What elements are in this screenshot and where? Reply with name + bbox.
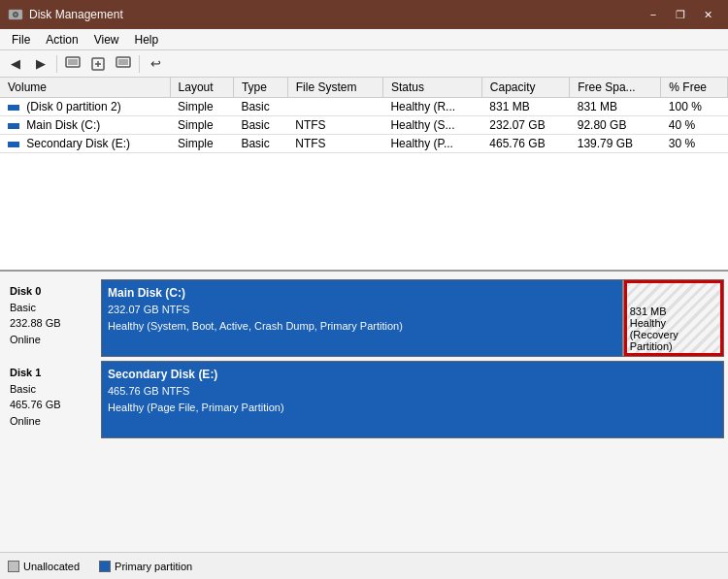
main-content: Volume Layout Type File System Status Ca…: [0, 78, 728, 579]
title-bar: Disk Management − ❐ ✕: [0, 0, 728, 29]
disk0-main-desc: Healthy (System, Boot, Active, Crash Dum…: [108, 318, 616, 335]
row0-volume: (Disk 0 partition 2): [0, 98, 170, 116]
minimize-button[interactable]: −: [641, 5, 666, 24]
disk1-status: Online: [10, 413, 95, 430]
disk1-name: Disk 1: [10, 365, 95, 381]
col-freespace: Free Spa...: [570, 78, 661, 98]
legend-primary-box: [99, 561, 111, 572]
disk0-partitions: Main Disk (C:) 232.07 GB NTFS Healthy (S…: [101, 279, 724, 357]
legend-bar: Unallocated Primary partition: [0, 552, 728, 579]
disk0-main-partition[interactable]: Main Disk (C:) 232.07 GB NTFS Healthy (S…: [102, 280, 624, 356]
toolbar: ◀ ▶ ↩: [0, 50, 728, 78]
col-volume: Volume: [0, 78, 170, 98]
close-button[interactable]: ✕: [695, 5, 720, 24]
disk1-partitions: Secondary Disk (E:) 465.76 GB NTFS Healt…: [101, 361, 724, 438]
disk0-size: 232.88 GB: [10, 315, 95, 332]
row2-pct: 30 %: [661, 135, 728, 153]
restore-button[interactable]: ❐: [668, 5, 693, 24]
row2-status: Healthy (P...: [382, 135, 481, 153]
row2-free: 139.79 GB: [570, 135, 661, 153]
table-row[interactable]: Main Disk (C:) Simple Basic NTFS Healthy…: [0, 116, 728, 135]
disk1-main-size: 465.76 GB NTFS: [108, 383, 717, 400]
row1-status: Healthy (S...: [382, 116, 481, 135]
row1-volume: Main Disk (C:): [0, 116, 170, 135]
row1-free: 92.80 GB: [570, 116, 661, 135]
row1-pct: 40 %: [661, 116, 728, 135]
disk1-row: Disk 1 Basic 465.76 GB Online Secondary …: [4, 361, 724, 438]
row1-layout: Simple: [170, 116, 233, 135]
back-button[interactable]: ◀: [4, 53, 27, 75]
row2-type: Basic: [233, 135, 287, 153]
row0-capacity: 831 MB: [481, 98, 569, 116]
disk0-recovery-partition[interactable]: 831 MB Healthy (Recovery Partition): [624, 280, 723, 356]
disk0-type: Basic: [10, 300, 95, 316]
disk-area[interactable]: Disk 0 Basic 232.88 GB Online Main Disk …: [0, 272, 728, 552]
forward-button[interactable]: ▶: [29, 53, 52, 75]
col-pctfree: % Free: [661, 78, 728, 98]
svg-rect-7: [118, 59, 128, 65]
legend-primary-label: Primary partition: [115, 561, 192, 572]
disk1-info: Disk 1 Basic 465.76 GB Online: [4, 361, 101, 438]
table-row[interactable]: Secondary Disk (E:) Simple Basic NTFS He…: [0, 135, 728, 153]
legend-unallocated: Unallocated: [8, 561, 80, 572]
window-controls: − ❐ ✕: [641, 5, 720, 24]
disk0-recovery-size: 831 MB: [630, 306, 717, 317]
toolbar-btn-4[interactable]: [86, 53, 110, 75]
row0-status: Healthy (R...: [382, 98, 481, 116]
table-row[interactable]: (Disk 0 partition 2) Simple Basic Health…: [0, 98, 728, 116]
disk0-main-size: 232.07 GB NTFS: [108, 302, 616, 318]
disk-graphical-panel: Disk 0 Basic 232.88 GB Online Main Disk …: [0, 272, 728, 579]
row0-type: Basic: [233, 98, 287, 116]
disk1-size: 465.76 GB: [10, 397, 95, 413]
app-icon: [8, 7, 23, 22]
row0-fs: [287, 98, 382, 116]
toolbar-btn-7[interactable]: ↩: [144, 53, 167, 75]
vol-icon-2: [8, 142, 19, 147]
volume-list-panel: Volume Layout Type File System Status Ca…: [0, 78, 728, 272]
disk1-type: Basic: [10, 381, 95, 398]
table-header-row: Volume Layout Type File System Status Ca…: [0, 78, 728, 98]
disk0-name: Disk 0: [10, 283, 95, 300]
row2-layout: Simple: [170, 135, 233, 153]
disk0-main-name: Main Disk (C:): [108, 284, 616, 302]
menu-file[interactable]: File: [4, 31, 38, 48]
row1-capacity: 232.07 GB: [481, 116, 569, 135]
svg-point-2: [15, 14, 17, 16]
disk1-main-partition[interactable]: Secondary Disk (E:) 465.76 GB NTFS Healt…: [102, 362, 723, 437]
volume-table: Volume Layout Type File System Status Ca…: [0, 78, 728, 153]
toolbar-separator-2: [139, 55, 140, 73]
row0-layout: Simple: [170, 98, 233, 116]
toolbar-btn-5[interactable]: [112, 53, 135, 75]
window-title: Disk Management: [29, 8, 641, 21]
col-type: Type: [233, 78, 287, 98]
col-status: Status: [382, 78, 481, 98]
disk1-main-name: Secondary Disk (E:): [108, 366, 717, 383]
vol-icon-1: [8, 123, 19, 129]
disk0-recovery-desc: Healthy (Recovery Partition): [630, 317, 717, 352]
svg-rect-4: [68, 59, 78, 65]
toolbar-separator-1: [56, 55, 57, 73]
disk1-main-desc: Healthy (Page File, Primary Partition): [108, 400, 717, 416]
col-capacity: Capacity: [481, 78, 569, 98]
menu-action[interactable]: Action: [38, 31, 85, 48]
disk0-status: Online: [10, 332, 95, 348]
menu-view[interactable]: View: [86, 31, 127, 48]
row0-free: 831 MB: [570, 98, 661, 116]
row2-capacity: 465.76 GB: [481, 135, 569, 153]
col-layout: Layout: [170, 78, 233, 98]
legend-primary: Primary partition: [99, 561, 192, 572]
toolbar-btn-3[interactable]: [61, 53, 84, 75]
menu-bar: File Action View Help: [0, 29, 728, 50]
row2-fs: NTFS: [287, 135, 382, 153]
menu-help[interactable]: Help: [127, 31, 167, 48]
legend-unallocated-label: Unallocated: [23, 561, 80, 572]
col-filesystem: File System: [287, 78, 382, 98]
row0-pct: 100 %: [661, 98, 728, 116]
disk0-row: Disk 0 Basic 232.88 GB Online Main Disk …: [4, 279, 724, 357]
row1-type: Basic: [233, 116, 287, 135]
legend-unallocated-box: [8, 561, 19, 572]
row2-volume: Secondary Disk (E:): [0, 135, 170, 153]
vol-icon-0: [8, 105, 19, 111]
row1-fs: NTFS: [287, 116, 382, 135]
disk0-info: Disk 0 Basic 232.88 GB Online: [4, 279, 101, 357]
